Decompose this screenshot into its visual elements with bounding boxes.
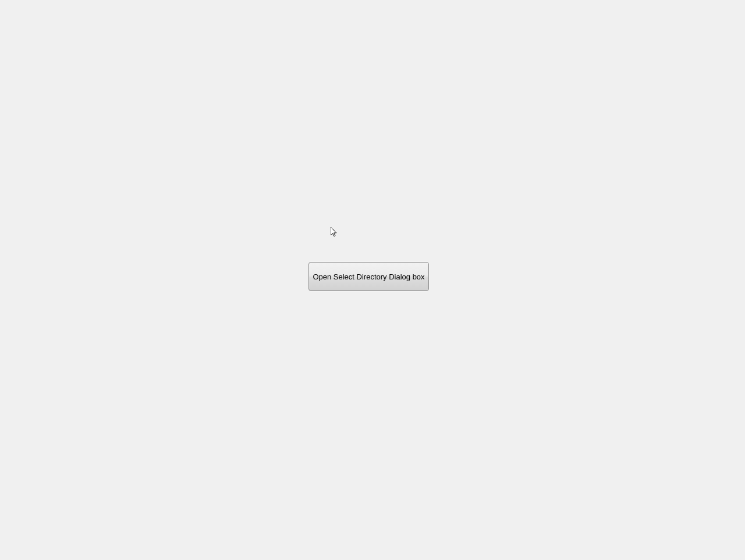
cursor-icon (331, 227, 338, 238)
open-select-directory-button[interactable]: Open Select Directory Dialog box (308, 262, 429, 291)
button-label: Open Select Directory Dialog box (313, 272, 424, 281)
